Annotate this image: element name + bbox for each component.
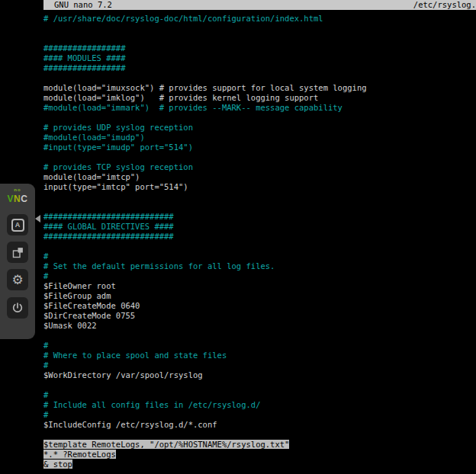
- editor-line: #################: [43, 63, 476, 73]
- terminal-window: GNU nano 7.2 /etc/rsyslog. # /usr/share/…: [43, 0, 476, 474]
- editor-line: #input(type="imudp" port="514"): [43, 143, 476, 152]
- editor-line: $FileCreateMode 0640: [43, 301, 476, 311]
- editor-line: module(load="imuxsock") # provides suppo…: [43, 83, 476, 93]
- editor-line: #: [43, 360, 476, 370]
- editor-line: #### MODULES ####: [43, 53, 476, 63]
- fullscreen-icon: [11, 246, 24, 259]
- editor-line: module(load="imtcp"): [43, 172, 476, 182]
- editor-line: #module(load="immark") # provides --MARK…: [43, 103, 476, 113]
- vnc-logo: no VNC: [0, 184, 35, 204]
- chevron-left-icon: [35, 215, 40, 223]
- editor-line: $WorkDirectory /var/spool/rsyslog: [43, 370, 476, 380]
- vnc-control-panel: no VNC A ⚙: [0, 184, 35, 339]
- editor-line: [43, 380, 476, 390]
- editor-line: [43, 192, 476, 202]
- gear-icon: ⚙: [11, 274, 23, 287]
- power-button[interactable]: [7, 297, 28, 319]
- editor-line: # /usr/share/doc/rsyslog-doc/html/config…: [43, 14, 476, 24]
- editor-line: #module(load="imudp"): [43, 133, 476, 143]
- editor-line: $IncludeConfig /etc/rsyslog.d/*.conf: [43, 420, 476, 430]
- editor-line: #: [43, 271, 476, 281]
- editor-line: [43, 152, 476, 162]
- settings-button[interactable]: ⚙: [7, 269, 28, 290]
- editor-line: # Set the default permissions for all lo…: [43, 261, 476, 271]
- editor-line: $DirCreateMode 0755: [43, 311, 476, 321]
- vnc-logo-no-text: no: [0, 187, 35, 192]
- editor-line: [43, 202, 476, 212]
- app-title: GNU nano 7.2: [54, 0, 112, 10]
- vnc-logo-text: VNC: [8, 194, 28, 204]
- editor-line: # Where to place spool and state files: [43, 351, 476, 360]
- editor-line: [43, 24, 476, 34]
- editor-line: $FileOwner root: [43, 281, 476, 291]
- editor-line: #: [43, 341, 476, 351]
- editor-line: #: [43, 390, 476, 400]
- editor-line: # Include all config files in /etc/rsysl…: [43, 400, 476, 410]
- editor-line: ###########################: [43, 212, 476, 222]
- editor-line: $FileGroup adm: [43, 291, 476, 301]
- editor-line: #################: [43, 43, 476, 53]
- editor-line: *.* ?RemoteLogs: [43, 450, 476, 460]
- file-path: /etc/rsyslog.: [413, 0, 476, 10]
- editor-line: ###########################: [43, 232, 476, 242]
- editor-line: [43, 242, 476, 251]
- editor-line: & stop: [43, 460, 476, 469]
- keyboard-button[interactable]: A: [7, 214, 28, 235]
- editor-area[interactable]: # /usr/share/doc/rsyslog-doc/html/config…: [43, 14, 476, 469]
- editor-line: [43, 113, 476, 123]
- editor-line: #: [43, 251, 476, 261]
- editor-line: # provides TCP syslog reception: [43, 162, 476, 172]
- editor-line: # provides UDP syslog reception: [43, 123, 476, 133]
- power-icon: [11, 302, 24, 314]
- editor-line: [43, 73, 476, 83]
- editor-line: [43, 34, 476, 43]
- editor-line: $Umask 0022: [43, 321, 476, 331]
- editor-line: input(type="imtcp" port="514"): [43, 182, 476, 192]
- nano-titlebar: GNU nano 7.2 /etc/rsyslog.: [43, 0, 476, 10]
- editor-line: #### GLOBAL DIRECTIVES ####: [43, 222, 476, 232]
- editor-line: $template RemoteLogs, "/opt/%HOSTNAME%/r…: [43, 440, 476, 450]
- editor-line: [43, 430, 476, 440]
- editor-line: #: [43, 410, 476, 420]
- keyboard-key-icon: A: [11, 219, 24, 232]
- editor-line: module(load="imklog") # provides kernel …: [43, 93, 476, 103]
- fullscreen-button[interactable]: [7, 242, 28, 263]
- editor-line: [43, 331, 476, 341]
